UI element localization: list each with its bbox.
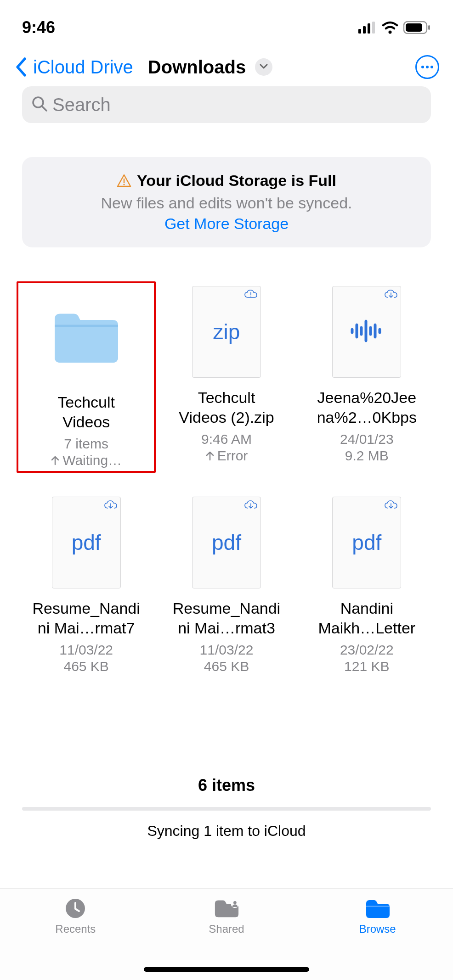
file-item[interactable]: zip TechcultVideos (2).zip 9:46 AM Error [159, 283, 294, 471]
svg-rect-6 [428, 25, 430, 30]
back-chevron-icon[interactable] [14, 56, 28, 78]
svg-rect-19 [374, 324, 376, 338]
file-meta: 23/02/22 [340, 642, 394, 658]
file-meta: 7 items [64, 436, 108, 452]
status-icons [358, 21, 431, 34]
sync-progress-bar [22, 807, 431, 811]
file-meta: 9:46 AM [201, 431, 252, 447]
zip-file-icon: zip [192, 286, 261, 378]
file-size: 121 KB [344, 659, 389, 674]
wifi-icon [381, 21, 399, 34]
svg-rect-15 [356, 324, 358, 338]
footer-summary: 6 items Syncing 1 item to iCloud [0, 776, 453, 840]
banner-subtitle: New files and edits won't be synced. [31, 194, 422, 212]
svg-rect-18 [369, 326, 372, 336]
more-options-button[interactable] [415, 55, 439, 79]
svg-rect-16 [360, 326, 362, 336]
shared-folder-icon [213, 898, 240, 919]
tab-bar: Recents Shared Browse [0, 888, 453, 980]
back-button-label[interactable]: iCloud Drive [33, 57, 133, 78]
cloud-download-icon [384, 289, 398, 301]
folder-icon [364, 898, 391, 919]
file-size: 465 KB [63, 659, 108, 674]
cloud-alert-icon [244, 289, 258, 301]
svg-point-23 [233, 901, 237, 904]
folder-icon [52, 291, 121, 382]
file-item[interactable]: TechcultVideos 7 items Waiting… [17, 281, 156, 473]
search-icon [31, 95, 48, 114]
upload-arrow-icon [205, 451, 215, 461]
pdf-file-icon: pdf [192, 497, 261, 588]
file-meta: 11/03/22 [59, 642, 113, 658]
tab-label: Shared [209, 923, 244, 935]
file-name: Jeena%20Jeena%2…0Kbps [317, 388, 417, 427]
cellular-icon [358, 22, 377, 34]
chevron-down-icon [260, 63, 268, 71]
svg-rect-14 [351, 328, 353, 334]
pdf-file-icon: pdf [332, 497, 401, 588]
svg-point-7 [33, 97, 43, 107]
svg-rect-1 [363, 26, 366, 34]
nav-header: iCloud Drive Downloads [0, 41, 453, 86]
svg-rect-10 [55, 325, 118, 363]
audio-file-icon [332, 286, 401, 378]
file-item[interactable]: Jeena%20Jeena%2…0Kbps 24/01/23 9.2 MB [299, 283, 435, 471]
file-meta: 11/03/22 [200, 642, 254, 658]
title-dropdown-button[interactable] [255, 58, 272, 76]
clock-icon [62, 898, 89, 919]
svg-rect-0 [358, 29, 361, 34]
get-more-storage-link[interactable]: Get More Storage [31, 215, 422, 233]
svg-rect-5 [406, 23, 422, 32]
file-size: 465 KB [204, 659, 249, 674]
tab-browse[interactable]: Browse [332, 898, 424, 980]
cloud-download-icon [104, 500, 118, 512]
file-grid: TechcultVideos 7 items Waiting… zip Tech… [18, 283, 435, 677]
svg-rect-17 [365, 320, 367, 342]
tab-recents[interactable]: Recents [29, 898, 121, 980]
file-meta: 24/01/23 [340, 431, 394, 447]
home-indicator[interactable] [144, 967, 309, 972]
page-title: Downloads [148, 57, 246, 78]
pdf-file-icon: pdf [52, 497, 121, 588]
svg-rect-11 [55, 325, 118, 327]
file-size: 9.2 MB [345, 448, 389, 464]
item-count: 6 items [0, 776, 453, 795]
warning-icon [117, 174, 131, 188]
banner-title: Your iCloud Storage is Full [137, 172, 336, 190]
file-item[interactable]: pdf NandiniMaikh…Letter 23/02/22 121 KB [299, 494, 435, 677]
file-name: Resume_Nandini Mai…rmat3 [173, 599, 280, 638]
battery-icon [403, 21, 431, 34]
status-time: 9:46 [22, 18, 55, 37]
svg-point-13 [250, 296, 251, 297]
svg-rect-20 [379, 328, 381, 334]
svg-rect-3 [372, 22, 375, 34]
file-name: TechcultVideos (2).zip [179, 388, 274, 427]
file-item[interactable]: pdf Resume_Nandini Mai…rmat7 11/03/22 46… [18, 494, 154, 677]
file-name: Resume_Nandini Mai…rmat7 [32, 599, 140, 638]
file-item[interactable]: pdf Resume_Nandini Mai…rmat3 11/03/22 46… [159, 494, 294, 677]
file-name: NandiniMaikh…Letter [318, 599, 416, 638]
upload-arrow-icon [51, 455, 60, 465]
cloud-download-icon [244, 500, 258, 512]
storage-full-banner: Your iCloud Storage is Full New files an… [22, 157, 431, 247]
ellipsis-icon [421, 66, 424, 68]
status-bar: 9:46 [0, 0, 453, 41]
file-status: Waiting… [51, 453, 122, 468]
file-status: Error [205, 448, 248, 464]
svg-rect-2 [368, 23, 370, 34]
file-name: TechcultVideos [57, 392, 115, 431]
svg-rect-24 [366, 906, 390, 907]
tab-label: Recents [55, 923, 96, 935]
cloud-download-icon [384, 500, 398, 512]
search-placeholder: Search [52, 95, 111, 115]
sync-status-text: Syncing 1 item to iCloud [0, 823, 453, 840]
svg-point-9 [123, 184, 125, 185]
tab-label: Browse [359, 923, 396, 935]
search-input[interactable]: Search [22, 86, 431, 123]
